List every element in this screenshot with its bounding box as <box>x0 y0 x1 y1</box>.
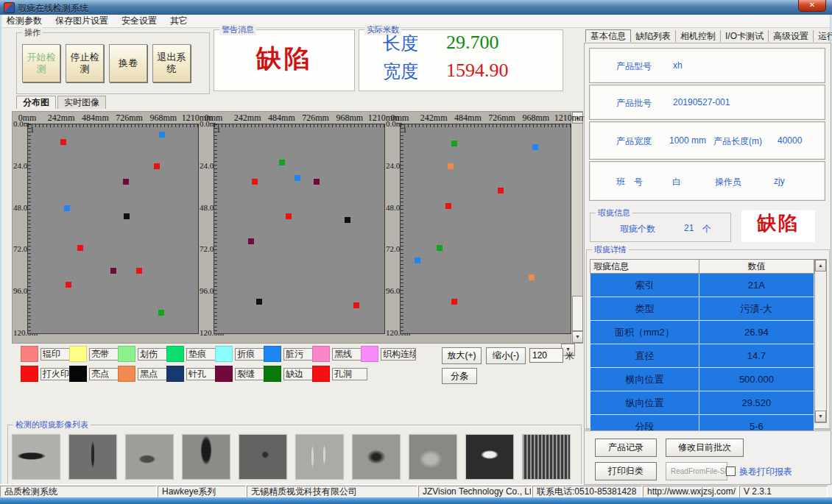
defect-point[interactable] <box>451 299 457 305</box>
defect-point[interactable] <box>77 245 83 251</box>
meter-range-input[interactable] <box>529 348 563 363</box>
op-button-2[interactable]: 停止检测 <box>66 44 104 82</box>
menu-item[interactable]: 其它 <box>163 15 194 26</box>
defect-point[interactable] <box>437 245 443 251</box>
defect-thumbnail-6[interactable] <box>295 434 344 480</box>
defect-point[interactable] <box>532 144 538 150</box>
defect-point[interactable] <box>123 179 129 185</box>
segment-label: 1 <box>30 125 35 134</box>
thumbnails-group-label: 检测的瑕疵影像列表 <box>13 419 91 430</box>
scroll-down-icon[interactable] <box>572 331 583 343</box>
defect-point[interactable] <box>136 268 142 274</box>
read-from-file-button: ReadFromFile-SIM <box>666 462 727 480</box>
defect-point[interactable] <box>448 163 454 169</box>
defect-point[interactable] <box>498 188 504 194</box>
window-title: 瑕疵在线检测系统 <box>18 2 88 15</box>
defect-thumbnail-8[interactable] <box>409 434 457 480</box>
status-segment-7: V 2.3.1 <box>739 486 828 497</box>
defect-point[interactable] <box>64 205 70 211</box>
table-row[interactable]: 面积（mm2）26.94 <box>590 321 814 344</box>
defect-point[interactable] <box>66 282 71 288</box>
table-scroll-down-icon[interactable] <box>815 411 826 422</box>
modify-batch-button[interactable]: 修改目前批次 <box>666 439 744 457</box>
op-button-4[interactable]: 退出系统 <box>152 44 191 82</box>
flaw-detail-scrollbar[interactable] <box>814 259 827 423</box>
defect-thumbnail-9[interactable] <box>465 434 514 480</box>
right-tab-3[interactable]: 相机控制 <box>676 30 721 42</box>
plots-scrollbar[interactable] <box>571 112 582 343</box>
defect-point[interactable] <box>110 268 116 274</box>
product-batch-label: 产品批号 <box>616 97 652 110</box>
operation-buttons: 开始检测停止检测换卷退出系统 <box>22 44 191 82</box>
print-on-rollchange-checkbox[interactable] <box>726 466 736 476</box>
table-row[interactable]: 直径14.7 <box>590 344 814 368</box>
defect-thumbnail-5[interactable] <box>239 434 287 480</box>
table-row[interactable]: 纵向位置29.520 <box>590 391 814 415</box>
right-tab-2[interactable]: 缺陷列表 <box>631 30 676 42</box>
table-cell: 纵向位置 <box>590 391 699 415</box>
scroll-thumb[interactable] <box>572 296 583 331</box>
x-tick-label: 968mm <box>522 113 549 124</box>
defect-point[interactable] <box>415 258 420 263</box>
table-row[interactable]: 类型污渍-大 <box>590 297 814 321</box>
defect-point[interactable] <box>314 179 320 185</box>
legend-color-swatch <box>69 346 87 362</box>
split-strip-button[interactable]: 分条 <box>442 368 477 384</box>
zoom-out-button[interactable]: 缩小(-) <box>486 347 526 364</box>
menu-item[interactable]: 安全设置 <box>115 15 163 26</box>
x-tick-label: 968mm <box>149 113 177 124</box>
op-button-1[interactable]: 开始检测 <box>22 44 60 82</box>
defect-thumbnail-1[interactable] <box>12 434 60 480</box>
view-tab-1[interactable]: 分布图 <box>16 96 56 109</box>
right-tab-5[interactable]: 高级设置 <box>769 30 814 42</box>
defect-point[interactable] <box>60 139 66 145</box>
table-cell: 29.520 <box>699 391 814 415</box>
defect-point[interactable] <box>286 213 292 219</box>
right-tab-6[interactable]: 运行状态信息 <box>814 30 832 42</box>
legend-color-swatch <box>312 346 330 362</box>
print-classify-button[interactable]: 打印归类 <box>595 462 657 480</box>
menu-item[interactable]: 检测参数 <box>0 15 49 26</box>
defect-thumbnail-4[interactable] <box>182 434 230 480</box>
defect-point[interactable] <box>124 213 130 219</box>
legend-color-swatch <box>21 346 38 362</box>
defect-thumbnail-10[interactable] <box>522 434 571 480</box>
close-button[interactable] <box>798 0 826 12</box>
defect-point[interactable] <box>248 238 254 244</box>
defect-point[interactable] <box>445 203 451 209</box>
flaw-info-group-label: 瑕疵信息 <box>596 207 632 219</box>
product-record-button[interactable]: 产品记录 <box>595 439 657 457</box>
defect-point[interactable] <box>158 310 164 316</box>
x-tick-label: 484mm <box>268 113 295 124</box>
defect-point[interactable] <box>256 299 262 305</box>
zoom-in-button[interactable]: 放大(+) <box>442 347 482 364</box>
defect-thumbnail-2[interactable] <box>68 434 117 480</box>
legend-label: 孔洞 <box>332 368 367 380</box>
x-tick-label: 242mm <box>48 113 75 124</box>
table-row[interactable]: 索引21A <box>590 274 814 297</box>
defect-thumbnail-7[interactable] <box>352 434 401 480</box>
view-tab-2[interactable]: 实时图像 <box>57 96 106 109</box>
defect-point[interactable] <box>154 163 160 169</box>
defect-thumbnail-3[interactable] <box>125 434 174 480</box>
app-icon <box>4 2 15 13</box>
x-tick-label: 1210mm <box>554 113 586 124</box>
table-scroll-up-icon[interactable] <box>815 260 826 271</box>
status-segment-3: 无锡精质视觉科技有限公司 <box>247 486 417 497</box>
right-tab-1[interactable]: 基本信息 <box>585 29 631 42</box>
right-tab-4[interactable]: I/O卡测试 <box>721 30 769 42</box>
defect-point[interactable] <box>353 302 359 308</box>
defect-point[interactable] <box>252 179 258 185</box>
table-row[interactable]: 横向位置500.000 <box>590 368 814 391</box>
op-button-3[interactable]: 换卷 <box>109 44 147 82</box>
defect-point[interactable] <box>451 141 457 146</box>
menu-item[interactable]: 保存图片设置 <box>49 15 115 26</box>
meter-unit-label: 米 <box>565 350 574 363</box>
defect-point[interactable] <box>529 274 535 280</box>
legend-item: 亮点 <box>69 366 124 381</box>
product-model-value: xh <box>673 60 683 71</box>
defect-point[interactable] <box>279 160 285 166</box>
defect-point[interactable] <box>345 217 350 223</box>
defect-point[interactable] <box>295 175 300 181</box>
defect-point[interactable] <box>159 132 165 138</box>
